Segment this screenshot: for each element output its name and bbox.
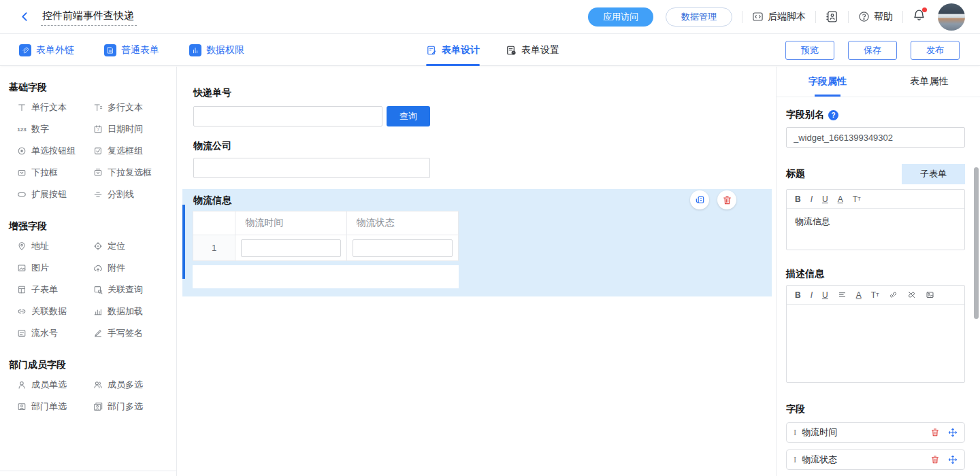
sidebar-item-子表单[interactable]: 子表单 — [16, 279, 93, 301]
related-data-icon — [16, 307, 27, 316]
sidebar-item-label: 手写签名 — [108, 327, 143, 339]
italic-button[interactable]: I — [811, 290, 813, 300]
backend-script-button[interactable]: 后端脚本 — [752, 11, 806, 23]
font-size-button[interactable]: TT — [871, 290, 879, 300]
question-icon[interactable]: ? — [828, 110, 838, 120]
user-avatar[interactable] — [938, 3, 965, 31]
tab-form-settings[interactable]: 表单设置 — [506, 35, 559, 66]
panel-scrollbar-thumb[interactable] — [974, 167, 979, 319]
panel-field-label: 物流状态 — [802, 454, 930, 466]
subform-cell-input[interactable] — [353, 239, 453, 257]
page-title[interactable]: 控件前端事件查快递 — [41, 8, 137, 26]
trash-icon — [722, 195, 732, 205]
tab-form-properties[interactable]: 表单属性 — [879, 67, 980, 97]
sidebar-item-label: 扩展按钮 — [31, 188, 67, 201]
delete-field-button[interactable] — [930, 428, 940, 437]
form-canvas[interactable]: 快递单号 查询 物流公司 物流信息 物流时间物流状态 1 — [178, 67, 776, 476]
subform-widget-selected[interactable]: 物流信息 物流时间物流状态 1 — [182, 189, 772, 296]
tab-field-properties[interactable]: 字段属性 — [777, 67, 879, 97]
sidebar-item-下拉框[interactable]: 下拉框 — [16, 162, 93, 184]
subform-add-row-area[interactable] — [193, 265, 459, 288]
font-size-button[interactable]: TT — [853, 194, 861, 204]
sidebar-item-定位[interactable]: 定位 — [93, 235, 169, 257]
sidebar-item-数字[interactable]: 123数字 — [16, 118, 93, 140]
sidebar-item-下拉复选框[interactable]: 下拉复选框 — [93, 162, 169, 184]
delete-field-button[interactable] — [930, 455, 940, 464]
svg-text:7: 7 — [97, 128, 99, 132]
form-toolbar: 表单外链普通表单数据权限 表单设计表单设置 预览 保存 发布 — [0, 35, 980, 66]
sidebar-item-关联查询[interactable]: 关联查询 — [93, 279, 169, 301]
bold-button[interactable]: B — [795, 290, 801, 300]
toolbar-link[interactable]: 数据权限 — [189, 44, 244, 56]
sidebar-item-label: 数据加载 — [108, 305, 143, 318]
sidebar-item-成员单选[interactable]: 成员单选 — [16, 374, 93, 396]
sidebar-item-分割线[interactable]: 分割线 — [93, 184, 169, 205]
sidebar-item-扩展按钮[interactable]: 扩展按钮 — [16, 184, 93, 205]
move-field-handle[interactable] — [948, 428, 958, 437]
align-button[interactable] — [838, 290, 847, 299]
save-button[interactable]: 保存 — [848, 41, 897, 60]
field-recycle-bin-button[interactable]: ♲ 字段回收站 — [0, 471, 176, 476]
bold-button[interactable]: B — [795, 194, 801, 204]
panel-field-row[interactable]: I 物流时间 — [786, 422, 965, 443]
preview-button[interactable]: 预览 — [785, 41, 834, 60]
toolbar-tabs: 表单设计表单设置 — [426, 35, 585, 66]
contact-book-icon[interactable] — [826, 10, 838, 23]
duplicate-widget-button[interactable] — [690, 190, 709, 209]
radio-group-icon — [16, 146, 27, 156]
subform-column-header: 物流状态 — [346, 211, 458, 235]
help-button[interactable]: 帮助 — [858, 11, 893, 23]
field-alias-input[interactable] — [786, 127, 965, 148]
sidebar-item-多行文本[interactable]: 多行文本 — [93, 97, 169, 118]
link-button[interactable] — [889, 290, 898, 299]
query-button[interactable]: 查询 — [387, 106, 430, 126]
logistics-company-input[interactable] — [193, 158, 430, 178]
description-editor-content[interactable] — [787, 305, 964, 382]
underline-button[interactable]: U — [822, 290, 828, 300]
back-icon[interactable] — [18, 10, 31, 24]
publish-button[interactable]: 发布 — [911, 41, 960, 60]
field-library-sidebar: 基础字段 单行文本多行文本123数字7日期时间单选按钮组复选框组下拉框下拉复选框… — [0, 67, 177, 476]
text-field-icon: I — [794, 427, 796, 438]
sidebar-item-成员多选[interactable]: 成员多选 — [93, 374, 169, 396]
toolbar-link-label: 数据权限 — [206, 44, 244, 56]
delete-widget-button[interactable] — [717, 190, 736, 209]
insert-image-button[interactable] — [926, 290, 934, 299]
sidebar-item-部门多选[interactable]: 部门多选 — [93, 396, 169, 418]
express-no-input[interactable] — [193, 106, 382, 126]
sidebar-item-复选框组[interactable]: 复选框组 — [93, 140, 169, 162]
sidebar-item-日期时间[interactable]: 7日期时间 — [93, 118, 169, 140]
panel-field-row[interactable]: I 物流状态 — [786, 449, 965, 470]
move-field-handle[interactable] — [948, 455, 958, 464]
sidebar-item-数据加载[interactable]: 数据加载 — [93, 301, 169, 322]
sidebar-item-label: 复选框组 — [108, 145, 143, 157]
sidebar-item-流水号[interactable]: 流水号 — [16, 322, 93, 344]
subform-cell-input[interactable] — [241, 239, 340, 257]
app-access-button[interactable]: 应用访问 — [588, 7, 653, 27]
data-manage-button[interactable]: 数据管理 — [666, 7, 732, 27]
sidebar-item-单选按钮组[interactable]: 单选按钮组 — [16, 140, 93, 162]
sidebar-item-部门单选[interactable]: 部门单选 — [16, 396, 93, 418]
tab-form-design[interactable]: 表单设计 — [426, 35, 480, 66]
unlink-button[interactable] — [907, 290, 916, 299]
sidebar-item-地址[interactable]: 地址 — [16, 235, 93, 257]
toolbar-links: 表单外链普通表单数据权限 — [19, 44, 274, 56]
divider-icon — [93, 190, 103, 199]
selection-bar — [182, 205, 185, 279]
font-color-button[interactable]: A — [838, 194, 843, 204]
font-color-button[interactable]: A — [856, 290, 862, 300]
plain-form-icon — [104, 44, 116, 56]
sidebar-item-图片[interactable]: 图片 — [16, 257, 93, 279]
sidebar-item-手写签名[interactable]: 手写签名 — [93, 322, 169, 344]
sidebar-item-单行文本[interactable]: 单行文本 — [16, 97, 93, 118]
title-editor-content[interactable]: 物流信息 — [787, 209, 964, 250]
sidebar-item-附件[interactable]: 附件 — [93, 257, 169, 279]
multiselect-icon — [93, 168, 103, 177]
toolbar-link[interactable]: 普通表单 — [104, 44, 159, 56]
underline-button[interactable]: U — [822, 194, 828, 204]
notification-bell-icon[interactable] — [913, 9, 926, 25]
toolbar-link[interactable]: 表单外链 — [19, 44, 74, 56]
description-editor: BIUATT — [786, 285, 965, 383]
italic-button[interactable]: I — [811, 194, 813, 204]
sidebar-item-关联数据[interactable]: 关联数据 — [16, 301, 93, 322]
